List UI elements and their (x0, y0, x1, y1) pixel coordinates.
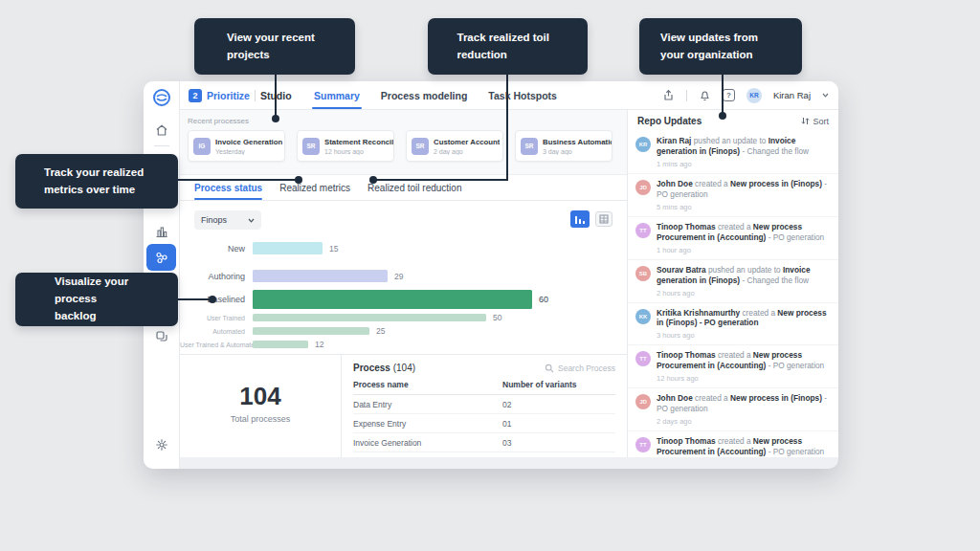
brand-name[interactable]: Prioritize (207, 90, 250, 101)
analytics-chart-icon[interactable] (144, 225, 180, 238)
update-line: Kiran Raj pushed an update to Invoice ge… (657, 136, 829, 157)
settings-gear-icon[interactable] (144, 438, 180, 452)
process-library-icon[interactable] (144, 330, 180, 343)
card-text: Business Automation3 day ago (543, 138, 612, 155)
repo-updates-title: Repo Updates (637, 116, 702, 126)
avatar: TT (635, 351, 651, 366)
table-row[interactable]: Invoice Generation03 (353, 433, 615, 452)
process-name: Business Automation (543, 138, 612, 146)
process-time: 3 day ago (543, 148, 612, 155)
table-title: Process (104) (353, 363, 415, 373)
cell-number-of-variants: 02 (502, 400, 615, 409)
process-status-chart: New15Authoring29Baselined60User Trained5… (180, 242, 627, 349)
sort-icon (801, 117, 810, 125)
chevron-down-icon[interactable] (822, 93, 829, 98)
repo-update-item[interactable]: JDJohn Doe created a New process in (Fin… (628, 174, 838, 217)
process-table-card: Process (104) Search Process Process nam… (342, 355, 627, 457)
chart-bar-row: User Trained50 (180, 313, 627, 322)
process-name: Customer Account (434, 138, 500, 146)
chart-bar[interactable] (253, 314, 486, 321)
repo-update-item[interactable]: TTTinoop Thomas created a New process Pr… (628, 345, 838, 388)
update-time: 2 days ago (657, 417, 829, 426)
chart-bar-row: Baselined60 (180, 290, 627, 309)
chart-value-label: 25 (376, 326, 385, 336)
card-text: Customer Account2 day ago (434, 138, 500, 155)
update-line: Tinoop Thomas created a New process Proc… (657, 222, 829, 243)
repo-update-item[interactable]: TTTinoop Thomas created a New process Pr… (628, 217, 838, 260)
update-line: John Doe created a New process in (Finop… (657, 393, 829, 414)
recent-processes-section: Recent processes IGInvoice GenerationYes… (180, 110, 627, 175)
connector-line (722, 75, 724, 116)
repo-update-item[interactable]: KKKritika Krishnamurthy created a New pr… (628, 303, 838, 346)
connector-line (373, 179, 508, 181)
bell-icon[interactable] (699, 89, 711, 101)
update-text: Sourav Batra pushed an update to Invoice… (657, 265, 829, 298)
update-time: 5 mins ago (657, 203, 829, 211)
process-time: 2 day ago (434, 148, 500, 155)
total-processes-label: Total processes (231, 414, 291, 424)
sort-button[interactable]: Sort (801, 117, 829, 126)
chart-category-label: User Trained & Automated (180, 342, 253, 348)
screenshot-stage: View your recent projects Track realized… (0, 0, 980, 551)
repo-update-item[interactable]: SBSourav Batra pushed an update to Invoi… (628, 260, 838, 303)
cell-number-of-variants: 02 (502, 457, 615, 458)
table-row[interactable]: Invoice Signature Check02 (353, 452, 615, 457)
workspace-badge[interactable]: 2 (189, 89, 202, 102)
callout-realized-metrics: Track your realized metrics over time (15, 154, 178, 209)
chart-bar[interactable] (253, 242, 323, 254)
avatar: TT (635, 437, 651, 452)
total-processes-value: 104 (239, 382, 280, 411)
callout-org-updates: View updates from your organization (639, 18, 802, 75)
chart-value-label: 12 (315, 340, 323, 349)
chart-value-label: 50 (493, 313, 501, 322)
repo-update-item[interactable]: JDJohn Doe created a New process in (Fin… (628, 388, 838, 431)
recent-process-card[interactable]: IGInvoice GenerationYesterday (188, 130, 285, 162)
search-icon (545, 364, 554, 373)
update-time: 1 mins ago (657, 160, 829, 168)
sidebar-divider (154, 145, 169, 146)
repo-updates-list: KRKiran Raj pushed an update to Invoice … (628, 131, 838, 457)
user-avatar[interactable]: KR (746, 88, 762, 103)
tab-process-modeling[interactable]: Process modeling (381, 81, 467, 109)
column-process-name[interactable]: Process name (353, 380, 502, 389)
repo-update-item[interactable]: TTTinoop Thomas created a New process Pr… (628, 431, 838, 457)
header-tabs: SummaryProcess modelingTask Hotspots (314, 81, 557, 109)
home-icon[interactable] (144, 123, 180, 137)
chart-bar[interactable] (253, 270, 388, 282)
connector-line (178, 179, 299, 181)
table-row[interactable]: Expense Entry01 (353, 414, 615, 433)
department-dropdown[interactable]: Finops (194, 210, 261, 230)
process-initials-icon: SR (412, 138, 429, 155)
share-icon[interactable] (662, 89, 675, 101)
table-row[interactable]: Data Entry02 (353, 395, 615, 414)
recent-process-card[interactable]: SRCustomer Account2 day ago (406, 130, 503, 162)
app-logo-icon[interactable] (144, 87, 180, 108)
connector-dot (295, 176, 302, 184)
bottom-section: 104 Total processes Process (104) Search… (180, 354, 627, 457)
cell-process-name: Invoice Signature Check (353, 457, 502, 458)
sidebar-item-process-active[interactable] (146, 244, 176, 271)
cell-number-of-variants: 03 (502, 438, 615, 448)
tab-summary[interactable]: Summary (314, 81, 360, 109)
user-name[interactable]: Kiran Raj (773, 90, 811, 100)
search-process[interactable]: Search Process (545, 364, 615, 373)
grid-view-icon[interactable] (595, 211, 612, 227)
app-header: 2 Prioritize Studio SummaryProcess model… (180, 81, 838, 110)
cell-process-name: Expense Entry (353, 419, 502, 429)
update-text: John Doe created a New process in (Finop… (657, 393, 829, 426)
header-actions: ? KR Kiran Raj (662, 81, 829, 109)
bar-chart-view-icon[interactable] (570, 210, 590, 228)
recent-process-card[interactable]: SRBusiness Automation3 day ago (515, 130, 612, 162)
callout-recent-projects: View your recent projects (194, 18, 355, 75)
repo-updates-panel: Repo Updates Sort KRKiran Raj pushed an … (627, 110, 838, 457)
chart-bar[interactable] (253, 290, 532, 309)
recent-process-card[interactable]: SRStatement Reconciliation12 hours ago (297, 130, 394, 162)
chart-category-label: Authoring (180, 272, 253, 281)
help-icon[interactable]: ? (723, 89, 735, 101)
chart-bar[interactable] (253, 327, 369, 335)
callout-text: View updates from your organization (660, 30, 781, 64)
tab-task-hotspots[interactable]: Task Hotspots (488, 81, 557, 109)
column-number-of-variants[interactable]: Number of variants (502, 380, 615, 389)
chart-bar[interactable] (253, 341, 308, 348)
repo-update-item[interactable]: KRKiran Raj pushed an update to Invoice … (628, 131, 838, 174)
